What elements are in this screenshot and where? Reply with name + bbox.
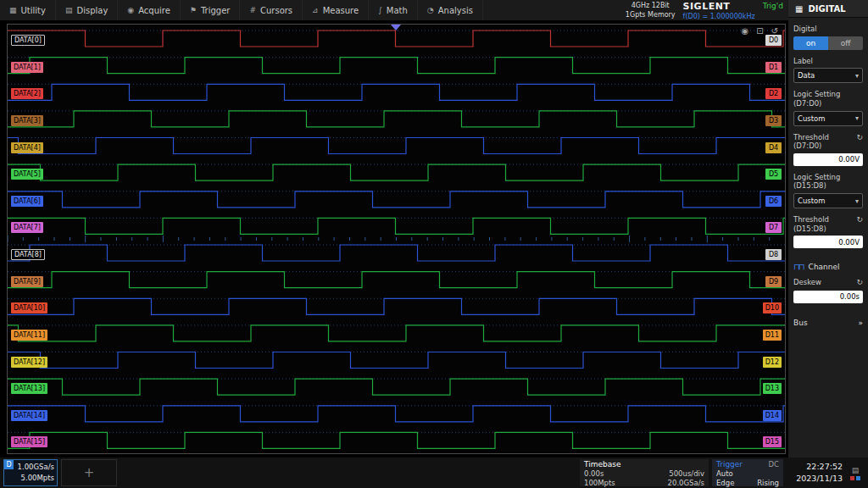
timebase-memory: 100Mpts [584,479,642,488]
logic-setting-d15d8-label: Logic Setting (D15:D8) [793,173,863,191]
channel-label-d6[interactable]: DATA[6] [11,196,43,207]
threshold-d7d0-label-row: Threshold (D7:D0) ↻ [793,133,863,151]
crosshair-icon: + [84,465,95,480]
channel-label-d3[interactable]: DATA[3] [11,115,43,126]
digital-waveform-d10 [8,298,785,314]
status-cluster: 4GHz 12Bit 1Gpts Memory SIGLENT f(D0) = … [626,0,788,20]
frequency-counter: f(D0) = 1.000000kHz [683,13,755,20]
menu-item-display[interactable]: ▤Display [56,0,118,20]
digital-waveform-d14 [8,406,785,422]
fullscreen-icon[interactable]: ⊡ [756,26,763,36]
channel-badge-d8[interactable]: D8 [765,249,782,260]
menu-item-label: Cursors [260,6,292,15]
chevron-down-icon: ▾ [855,114,859,122]
menu-item-math[interactable]: ∫Math [369,0,418,20]
channel-badge-d11[interactable]: D11 [763,330,782,341]
trigger-position-marker[interactable] [391,25,401,30]
trigger-type: Edge [716,479,748,488]
channel-badge-d10[interactable]: D10 [763,302,782,313]
digital-waveform-d11 [8,325,785,341]
channel-label-d11[interactable]: DATA[11] [11,330,47,341]
date-display: 2023/11/13 [787,473,843,485]
channel-label-d4[interactable]: DATA[4] [11,142,43,153]
deskew-label: Deskew [793,278,821,287]
threshold-d15d8-input[interactable]: 0.00V [793,236,863,248]
measure-icon: ⊿ [312,6,319,14]
add-channel-button[interactable]: + [61,459,117,486]
trigger-box[interactable]: Trigger DC Auto Edge Rising [712,459,783,486]
channel-badge-d2[interactable]: D2 [765,88,782,99]
digital-off-button[interactable]: off [828,36,863,50]
label-dropdown-value: Data [798,71,815,80]
timebase-box[interactable]: Timebase 0.00s 500us/div 100Mpts 20.0GSa… [580,459,709,486]
deskew-input[interactable]: 0.00s [793,291,863,303]
deskew-label-row: Deskew ↻ [793,278,863,287]
sample-rate: 1.00GSa/s [18,462,54,473]
threshold-d15d8-label-row: Threshold (D15:D8) ↻ [793,215,863,233]
trigger-coupling: DC [769,460,779,469]
digital-waveform-d0 [8,30,785,47]
restore-icon[interactable]: ↺ [771,26,778,36]
refresh-icon[interactable]: ↻ [856,133,863,142]
channel-label-d13[interactable]: DATA[13] [11,383,47,394]
channel-badge-d0[interactable]: D0 [765,35,782,46]
refresh-icon[interactable]: ↻ [856,215,863,225]
trigger-mode: Auto [716,469,748,479]
channel-badge-d4[interactable]: D4 [765,142,782,153]
logic-setting-d15d8-dropdown[interactable]: Custom ▾ [793,193,863,208]
screenshot-icon[interactable]: ◉ [741,26,748,36]
channel-badge-d6[interactable]: D6 [765,196,782,207]
timebase-samplerate: 20.0GSa/s [647,479,704,488]
memory-spec: 1Gpts Memory [626,11,676,20]
trigger-slope: Rising [748,479,779,488]
channel-label-d15[interactable]: DATA[15] [11,436,47,447]
channel-badge-d15[interactable]: D15 [763,436,782,447]
menu-item-acquire[interactable]: ◉Acquire [118,0,181,20]
digital-source-box[interactable]: D 1.00GSa/s 5.00Mpts [3,459,58,486]
status-led-blue [856,476,860,480]
label-dropdown[interactable]: Data ▾ [793,68,863,83]
trigger-status: Trig'd [763,2,783,10]
brand-block: SIGLENT f(D0) = 1.000000kHz [683,2,755,20]
menu-item-label: Math [387,6,408,15]
menu-item-trigger[interactable]: ⚑Trigger [181,0,241,20]
math-icon: ∫ [378,6,382,14]
channel-badge-d5[interactable]: D5 [765,169,782,180]
refresh-icon[interactable]: ↻ [856,278,863,287]
bus-expand-icon[interactable]: » [858,319,863,327]
menu-item-utility[interactable]: ▦Utility [0,0,56,20]
digital-on-button[interactable]: on [793,36,828,50]
channel-badge-d3[interactable]: D3 [765,115,782,126]
channel-label-d0[interactable]: DATA[0] [11,35,45,46]
channel-badge-d13[interactable]: D13 [763,383,782,394]
logic-setting-d15d8-value: Custom [798,197,826,205]
threshold-d7d0-input[interactable]: 0.00V [793,153,863,166]
panel-grid-icon: ▦ [795,4,803,14]
channel-label-d8[interactable]: DATA[8] [11,249,45,260]
channel-badge-d9[interactable]: D9 [765,276,782,287]
channel-label-d2[interactable]: DATA[2] [11,88,43,99]
channel-badge-d12[interactable]: D12 [763,357,782,368]
channel-label-d14[interactable]: DATA[14] [11,410,47,421]
channel-badge-d1[interactable]: D1 [765,62,782,73]
printer-icon[interactable]: ▤ [852,466,860,474]
channel-label-d5[interactable]: DATA[5] [11,169,43,180]
menu-item-measure[interactable]: ⊿Measure [303,0,369,20]
digital-waveform-d2 [8,84,785,100]
bus-label: Bus [793,319,808,327]
channel-button[interactable]: ⊓⊓ Channel [793,262,863,271]
channel-badge-d7[interactable]: D7 [765,222,782,233]
channel-label-d7[interactable]: DATA[7] [11,222,43,233]
channel-label-d10[interactable]: DATA[10] [11,302,47,313]
label-section-label: Label [793,57,863,66]
menu-item-cursors[interactable]: #Cursors [240,0,303,20]
bus-row[interactable]: Bus » [793,319,863,327]
channel-badge-d14[interactable]: D14 [763,410,782,421]
channel-label-d1[interactable]: DATA[1] [11,62,43,73]
menu-item-analysis[interactable]: ◔Analysis [418,0,483,20]
channel-label-d9[interactable]: DATA[9] [11,276,43,287]
waveform-display: DATA[0]D0DATA[1]D1DATA[2]D2DATA[3]D3DATA… [7,24,786,454]
digital-waveform-d8 [8,245,785,261]
logic-setting-d7d0-dropdown[interactable]: Custom ▾ [793,111,863,126]
channel-label-d12[interactable]: DATA[12] [11,357,47,368]
